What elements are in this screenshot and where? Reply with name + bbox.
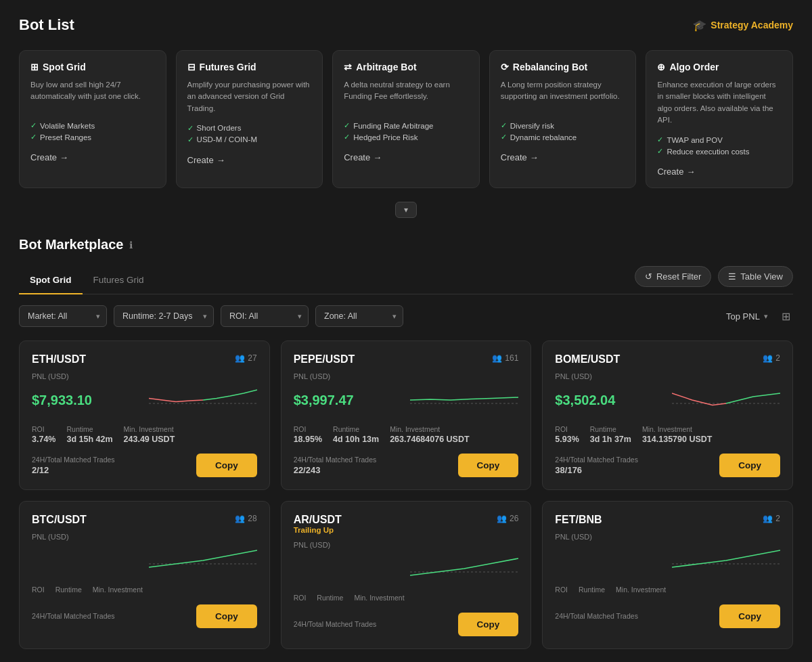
runtime-stat-4: Runtime (317, 594, 343, 603)
pnl-label-2: PNL (USD) (555, 372, 780, 380)
bot-card-0[interactable]: ⊞ Spot Grid Buy low and sell high 24/7 a… (19, 50, 166, 188)
bot-card-title-4: ⊕ Algo Order (657, 62, 782, 72)
sort-wrapper: Top PNL ⊞ (726, 307, 793, 326)
bot-card-3[interactable]: ⟳ Rebalancing Bot A Long term position s… (489, 50, 637, 188)
trades-info-1: 24H/Total Matched Trades 22/243 (294, 456, 377, 475)
feature-item: ✓TWAP and POV (657, 135, 782, 144)
marketplace-tab-0[interactable]: Spot Grid (19, 268, 83, 294)
roi-stat-0: ROI 3.74% (32, 425, 55, 444)
bot-card-desc-1: Amplify your purchasing power with an ad… (187, 79, 312, 114)
runtime-filter-wrapper: Runtime: 2-7 Days (114, 305, 214, 327)
filter-settings-button[interactable]: ⊞ (779, 307, 793, 326)
stats-row-2: ROI 5.93% Runtime 3d 1h 37m Min. Investm… (555, 425, 780, 444)
check-icon: ✓ (30, 121, 37, 130)
table-icon: ☰ (728, 271, 736, 282)
market-card-header-2: BOME/USDT 👥 2 (555, 353, 780, 366)
bot-card-icon-4: ⊕ (657, 62, 665, 72)
market-pair-3: BTC/USDT (32, 514, 87, 526)
roi-stat-3: ROI (32, 586, 45, 595)
check-icon: ✓ (187, 124, 194, 133)
reset-icon: ↺ (645, 271, 652, 282)
marketplace-tab-1[interactable]: Futures Grid (83, 268, 155, 294)
bot-card-icon-2: ⇄ (344, 62, 352, 72)
bot-card-create-4[interactable]: Create → (657, 167, 782, 177)
check-icon: ✓ (30, 133, 37, 141)
market-filter-wrapper: Market: All (19, 305, 107, 327)
market-card-header-0: ETH/USDT 👥 27 (32, 353, 257, 366)
user-count-4: 👥 26 (497, 514, 518, 523)
bot-card-2[interactable]: ⇄ Arbitrage Bot A delta neutral strategy… (332, 50, 480, 188)
arrow-icon: → (217, 155, 225, 165)
copy-button-2[interactable]: Copy (719, 454, 780, 477)
feature-item: ✓Diversify risk (501, 121, 625, 130)
market-card-header-3: BTC/USDT 👥 28 (32, 514, 257, 526)
table-view-button[interactable]: ☰ Table View (718, 266, 793, 287)
market-card-header-5: FET/BNB 👥 2 (555, 514, 780, 526)
users-icon-3: 👥 (235, 514, 245, 523)
pnl-label-5: PNL (USD) (555, 533, 780, 541)
min-inv-stat-4: Min. Investment (354, 594, 404, 603)
feature-item: ✓Hedged Price Risk (344, 133, 468, 141)
bot-card-desc-2: A delta neutral strategy to earn Funding… (344, 79, 468, 112)
feature-item: ✓Funding Rate Arbitrage (344, 121, 468, 130)
page-title: Bot List (19, 16, 74, 34)
market-pair-2: BOME/USDT (555, 353, 620, 366)
chart-svg (672, 544, 780, 577)
info-icon[interactable]: ℹ (129, 240, 133, 250)
copy-button-5[interactable]: Copy (719, 604, 780, 628)
bot-card-1[interactable]: ⊟ Futures Grid Amplify your purchasing p… (176, 50, 323, 188)
pnl-label-0: PNL (USD) (32, 372, 257, 380)
bot-card-features-3: ✓Diversify risk✓Dynamic rebalance (501, 121, 625, 141)
bot-card-features-0: ✓Volatile Markets✓Preset Ranges (30, 121, 155, 141)
bot-card-create-0[interactable]: Create → (30, 152, 155, 162)
sort-select-wrapper: Top PNL (726, 311, 773, 322)
bot-card-create-3[interactable]: Create → (501, 152, 625, 162)
pnl-row-2: $3,502.04 (555, 383, 780, 417)
market-filter[interactable]: Market: All (19, 305, 107, 327)
copy-button-1[interactable]: Copy (458, 454, 519, 477)
min-inv-stat-5: Min. Investment (616, 586, 666, 595)
bot-card-4[interactable]: ⊕ Algo Order Enhance execution of large … (646, 50, 793, 188)
market-card-5: FET/BNB 👥 2 PNL (USD) ROI Runtime (542, 501, 793, 649)
feature-item: ✓Short Orders (187, 124, 312, 133)
bot-card-create-1[interactable]: Create → (187, 155, 312, 165)
bot-card-title-2: ⇄ Arbitrage Bot (344, 62, 468, 72)
expand-button[interactable]: ▾ (395, 202, 417, 218)
runtime-filter[interactable]: Runtime: 2-7 Days (114, 305, 214, 327)
roi-filter[interactable]: ROI: All (221, 305, 309, 327)
check-icon: ✓ (501, 121, 507, 130)
pnl-row-5 (555, 544, 780, 577)
zone-filter[interactable]: Zone: All (315, 305, 403, 327)
chart-svg (149, 383, 257, 417)
bot-card-desc-4: Enhance execution of large orders in sma… (657, 79, 782, 126)
arrow-icon: → (530, 152, 539, 162)
bot-marketplace-grid: ETH/USDT 👥 27 PNL (USD) $7,933.10 ROI 3.… (19, 340, 793, 649)
copy-button-4[interactable]: Copy (458, 613, 519, 636)
check-icon: ✓ (344, 133, 350, 141)
bot-card-icon-0: ⊞ (30, 62, 39, 72)
marketplace-header: Bot Marketplace ℹ (19, 237, 793, 252)
min-inv-stat-3: Min. Investment (93, 586, 143, 595)
stats-row-4: ROI Runtime Min. Investment (294, 594, 519, 603)
tabs-actions-bar: Spot GridFutures Grid ↺ Reset Filter ☰ T… (19, 266, 793, 294)
trades-info-4: 24H/Total Matched Trades (294, 620, 377, 630)
card-footer-0: 24H/Total Matched Trades 2/12 Copy (32, 454, 257, 477)
market-badge-4: Trailing Up (294, 526, 342, 534)
feature-item: ✓Preset Ranges (30, 133, 155, 141)
bot-card-create-2[interactable]: Create → (344, 152, 468, 162)
sort-select[interactable]: Top PNL (726, 311, 773, 322)
reset-filter-button[interactable]: ↺ Reset Filter (635, 266, 711, 287)
arrow-icon: → (373, 152, 382, 162)
runtime-stat-0: Runtime 3d 15h 42m (66, 425, 112, 444)
market-card-header-4: AR/USDT Trailing Up 👥 26 (294, 514, 519, 534)
market-pair-5: FET/BNB (555, 514, 602, 526)
users-icon-2: 👥 (763, 353, 773, 363)
copy-button-0[interactable]: Copy (196, 454, 257, 477)
market-pair-0: ETH/USDT (32, 353, 86, 366)
strategy-academy-link[interactable]: 🎓 Strategy Academy (693, 19, 793, 32)
copy-button-3[interactable]: Copy (196, 604, 257, 628)
users-icon-5: 👥 (763, 514, 773, 523)
runtime-stat-2: Runtime 3d 1h 37m (590, 425, 631, 444)
bot-card-icon-3: ⟳ (501, 62, 509, 72)
roi-stat-1: ROI 18.95% (294, 425, 322, 444)
